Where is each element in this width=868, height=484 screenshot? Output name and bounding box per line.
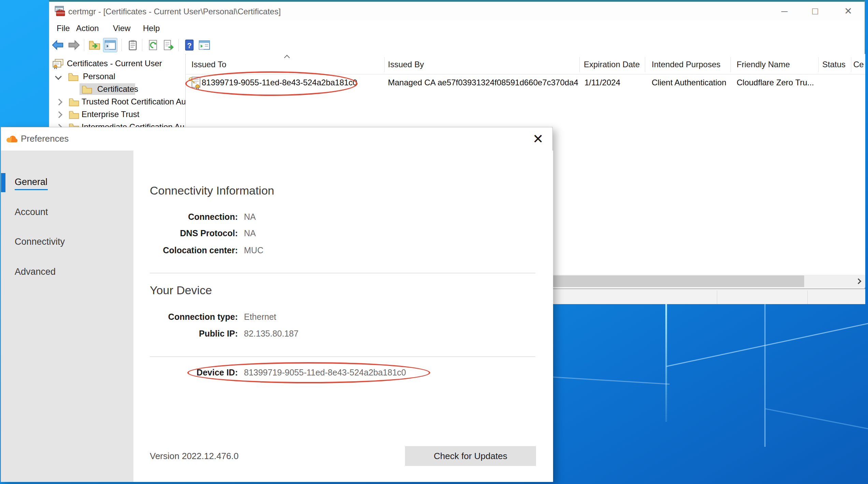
column-divider[interactable] [818, 57, 819, 72]
check-for-updates-button[interactable]: Check for Updates [405, 446, 536, 466]
menu-file[interactable]: File [57, 24, 70, 33]
dialog-close-button[interactable]: ✕ [529, 130, 547, 148]
console-pane-icon [104, 39, 117, 51]
scroll-right-button[interactable] [852, 275, 865, 287]
version-text: Version 2022.12.476.0 [150, 451, 238, 461]
clipboard-icon [126, 39, 139, 51]
paste-button[interactable] [126, 38, 140, 52]
section-divider [150, 273, 535, 273]
back-icon [51, 39, 64, 51]
connection-type-value: Ethernet [244, 312, 276, 322]
connection-value: NA [244, 212, 256, 222]
maximize-button[interactable]: □ [808, 5, 822, 17]
window-title: certmgr - [Certificates - Current User\P… [68, 7, 281, 16]
public-ip-value: 82.135.80.187 [244, 329, 299, 339]
sidebar-item-general[interactable]: General [15, 175, 47, 189]
forward-button[interactable] [67, 38, 81, 52]
menu-action[interactable]: Action [76, 24, 99, 33]
export-doc-icon [162, 39, 175, 51]
menu-bar: File Action View Help [49, 20, 865, 37]
public-ip-label: Public IP: [150, 329, 238, 339]
column-divider[interactable] [579, 57, 580, 72]
toolbar: ? [49, 36, 865, 54]
tree-item-certificates[interactable]: Certificates [49, 83, 186, 95]
column-divider[interactable] [730, 57, 731, 72]
tree-item-enterprise-trust[interactable]: Enterprise Trust [49, 108, 186, 120]
folder-icon [68, 72, 79, 82]
certmgr-titlebar: certmgr - [Certificates - Current User\P… [49, 2, 865, 20]
column-header-purposes[interactable]: Intended Purposes [652, 60, 720, 69]
toolbar-separator [142, 39, 142, 51]
column-header-status[interactable]: Status [822, 60, 845, 69]
tree-item-label: Certificates - Current User [67, 57, 162, 70]
dns-protocol-value: NA [244, 228, 256, 238]
certificate-store-icon [52, 58, 64, 69]
colocation-value: MUC [244, 245, 263, 255]
tree-item-personal[interactable]: Personal [49, 70, 186, 83]
wallpaper-beam [666, 321, 868, 367]
chevron-right-icon [856, 279, 862, 284]
chevron-right-icon[interactable] [56, 111, 62, 118]
dns-protocol-label: DNS Protocol: [150, 228, 238, 238]
folder-icon [82, 85, 92, 94]
minimize-button[interactable]: ─ [778, 5, 791, 17]
column-header-expiration[interactable]: Expiration Date [584, 60, 640, 69]
tree-item-label: Personal [83, 70, 115, 83]
section-heading-your-device: Your Device [150, 284, 212, 297]
status-divider [807, 290, 808, 304]
tree-item-label: Enterprise Trust [82, 108, 139, 120]
wallpaper-beam [765, 408, 868, 431]
wallpaper-beam [552, 376, 670, 385]
close-button[interactable]: ✕ [841, 5, 855, 17]
folder-icon [69, 110, 79, 119]
help-button[interactable]: ? [182, 38, 197, 52]
column-divider[interactable] [851, 57, 851, 72]
column-header-issued-by[interactable]: Issued By [388, 60, 424, 69]
toolbar-separator [121, 39, 122, 51]
export-list-button[interactable] [87, 38, 102, 52]
tree-item-label: Trusted Root Certification Au [82, 96, 186, 108]
column-divider[interactable] [645, 57, 645, 72]
column-header-issued-to[interactable]: Issued To [191, 60, 226, 69]
wallpaper-beam [764, 302, 766, 447]
sidebar-item-connectivity[interactable]: Connectivity [15, 235, 65, 248]
tree-root-certificates-current-user[interactable]: Certificates - Current User [49, 57, 186, 70]
section-heading-connectivity: Connectivity Information [150, 184, 274, 197]
cell-purposes: Client Authentication [652, 78, 726, 87]
annotation-circle-issued-to [185, 71, 358, 96]
sidebar-item-advanced[interactable]: Advanced [15, 265, 56, 279]
toolbar-separator [84, 39, 84, 51]
connection-label: Connection: [150, 212, 238, 222]
dialog-title: Preferences [21, 133, 69, 144]
active-tab-underline [15, 189, 48, 190]
menu-view[interactable]: View [113, 24, 131, 33]
chevron-right-icon[interactable] [56, 99, 62, 105]
export-button[interactable] [162, 38, 176, 52]
cell-expiration: 1/11/2024 [584, 78, 620, 87]
cell-friendly-name: Cloudflare Zero Tru... [737, 78, 814, 87]
tree-item-trusted-root[interactable]: Trusted Root Certification Au [49, 96, 186, 108]
preferences-dialog: Preferences ✕ General Account Connectivi… [1, 127, 553, 482]
preferences-sidebar: General Account Connectivity Advanced [1, 151, 133, 482]
folder-arrow-icon [88, 39, 101, 51]
console-tree-icon [198, 39, 211, 51]
help-icon: ? [183, 39, 196, 51]
connection-type-label: Connection type: [150, 312, 238, 322]
cloudflare-logo-icon [6, 134, 19, 144]
refresh-icon [147, 39, 160, 51]
column-header-ce[interactable]: Ce [853, 60, 864, 69]
tree-item-label: Certificates [97, 83, 138, 95]
active-tab-accent-bar [1, 173, 5, 192]
chevron-down-icon[interactable] [55, 73, 62, 80]
toolbar-separator [178, 39, 179, 51]
sort-ascending-icon [284, 55, 290, 61]
forward-icon [68, 39, 81, 51]
column-divider[interactable] [384, 57, 385, 72]
sidebar-item-account[interactable]: Account [15, 205, 48, 219]
menu-help[interactable]: Help [143, 24, 160, 33]
refresh-button[interactable] [146, 38, 160, 52]
back-button[interactable] [50, 38, 65, 52]
column-header-friendly-name[interactable]: Friendly Name [737, 60, 790, 69]
show-console-tree-button[interactable] [103, 38, 117, 52]
console-tree-button[interactable] [197, 38, 212, 52]
